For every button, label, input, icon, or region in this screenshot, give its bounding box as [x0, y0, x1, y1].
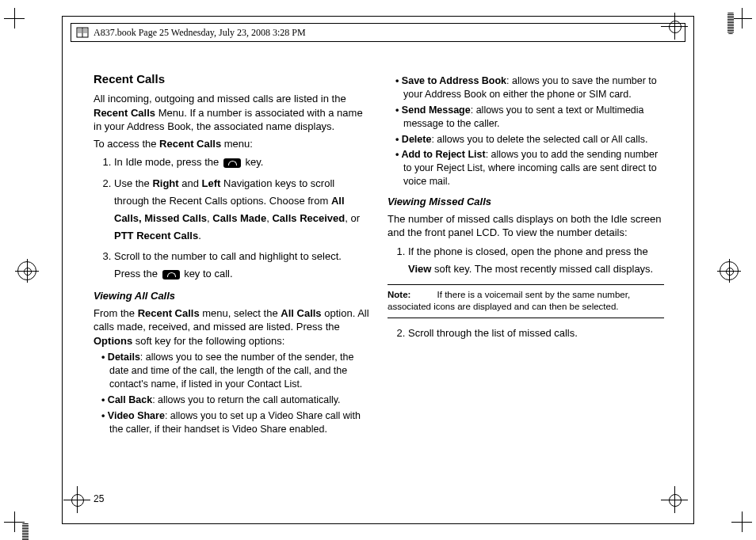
registration-mark-icon [17, 261, 36, 280]
note-block: Note: If there is a voicemail sent by th… [388, 284, 664, 318]
crosshair-icon [661, 486, 688, 513]
access-paragraph: To access the Recent Calls menu: [94, 137, 370, 151]
right-column: Save to Address Book: allows you to save… [388, 71, 664, 439]
section-title: Recent Calls [94, 71, 370, 87]
list-item: Delete: allows you to delete the selecte… [395, 133, 664, 146]
crosshair-icon [661, 13, 688, 40]
left-column: Recent Calls All incoming, outgoing and … [94, 71, 370, 439]
registration-mark-icon [720, 261, 739, 280]
call-key-icon [223, 158, 241, 168]
missed-steps-list-cont: Scroll through the list of missed calls. [388, 325, 664, 342]
call-key-icon [162, 270, 180, 280]
page-header: A837.book Page 25 Wednesday, July 23, 20… [71, 23, 685, 42]
list-item: Send Message: allows you to sent a text … [395, 104, 664, 131]
note-body: If there is a voicemail sent by the same… [388, 290, 630, 312]
list-item: Add to Reject List: allows you to add th… [395, 148, 664, 188]
missed-intro: The number of missed calls displays on b… [388, 212, 664, 240]
step-item: If the phone is closed, open the phone a… [408, 243, 664, 278]
intro-paragraph: All incoming, outgoing and missed calls … [94, 92, 370, 134]
crosshair-icon [63, 486, 90, 513]
subsection-title: Viewing All Calls [94, 289, 370, 303]
missed-steps-list: If the phone is closed, open the phone a… [388, 243, 664, 278]
note-label: Note: [388, 290, 410, 299]
header-text: A837.book Page 25 Wednesday, July 23, 20… [94, 27, 306, 39]
crop-mark-icon [4, 8, 25, 29]
list-item: Video Share: allows you to set up a Vide… [101, 409, 370, 436]
viewing-paragraph: From the Recent Calls menu, select the A… [94, 306, 370, 348]
step-item: Use the Right and Left Navigation keys t… [114, 175, 370, 245]
step-item: Scroll through the list of missed calls. [408, 325, 664, 342]
list-item: Save to Address Book: allows you to save… [395, 74, 664, 101]
list-item: Details: allows you to see the number of… [101, 351, 370, 391]
subsection-title: Viewing Missed Calls [388, 195, 664, 209]
color-strip-icon [727, 12, 734, 34]
step-item: Scroll to the number to call and highlig… [114, 248, 370, 283]
crop-mark-icon [731, 511, 752, 532]
page-content: Recent Calls All incoming, outgoing and … [94, 71, 664, 439]
color-strip-icon [22, 523, 29, 540]
step-item: In Idle mode, press the key. [114, 154, 370, 171]
page-number: 25 [94, 493, 104, 504]
steps-list: In Idle mode, press the key. Use the Rig… [94, 154, 370, 283]
crop-mark-icon [731, 8, 752, 29]
book-icon [76, 26, 89, 39]
list-item: Call Back: allows you to return the call… [101, 394, 370, 407]
options-list: Details: allows you to see the number of… [94, 351, 370, 435]
options-list-continued: Save to Address Book: allows you to save… [388, 74, 664, 188]
